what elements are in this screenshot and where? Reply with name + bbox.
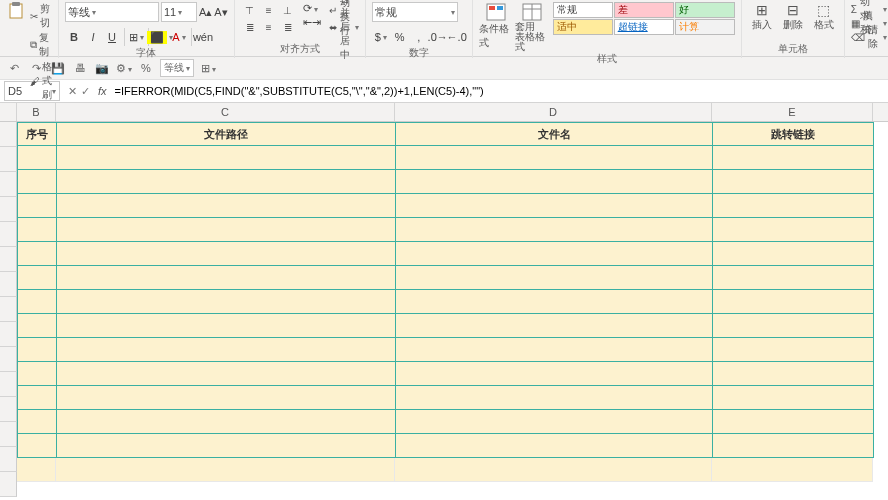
cell[interactable] — [57, 338, 396, 362]
cell[interactable] — [396, 290, 713, 314]
cell[interactable] — [713, 434, 874, 458]
orientation-button[interactable]: ⟳▾ — [303, 2, 321, 15]
cell[interactable] — [17, 194, 57, 218]
row-header[interactable] — [0, 247, 17, 272]
decrease-indent-icon[interactable]: ⇤ — [303, 16, 312, 29]
row-header[interactable] — [0, 297, 17, 322]
align-right-icon[interactable]: ≣ — [279, 19, 297, 35]
row-header[interactable] — [0, 147, 17, 172]
accounting-button[interactable]: $▾ — [372, 28, 390, 46]
increase-indent-icon[interactable]: ⇥ — [312, 16, 321, 29]
cell[interactable] — [396, 362, 713, 386]
cell[interactable] — [17, 434, 57, 458]
cell[interactable] — [396, 266, 713, 290]
font-color-button[interactable]: A▾ — [170, 28, 188, 46]
decrease-font-icon[interactable]: A▾ — [214, 6, 227, 19]
fx-icon[interactable]: fx — [94, 85, 111, 97]
cell-styles-gallery[interactable]: 常规 差 好 适中 超链接 计算 — [553, 2, 735, 52]
bold-button[interactable]: B — [65, 28, 83, 46]
cell[interactable] — [57, 362, 396, 386]
cell[interactable] — [396, 410, 713, 434]
table-header-D[interactable]: 文件名 — [396, 122, 713, 146]
cell[interactable] — [57, 290, 396, 314]
font-name-select[interactable]: 等线▾ — [65, 2, 159, 22]
cell[interactable] — [57, 434, 396, 458]
cut-button[interactable]: ✂剪切 — [30, 2, 52, 30]
row-header[interactable] — [0, 447, 17, 472]
format-painter-button[interactable]: 🖌格式刷 — [30, 60, 52, 102]
cell[interactable] — [713, 362, 874, 386]
row-header[interactable] — [0, 422, 17, 447]
cell[interactable] — [17, 362, 57, 386]
border-button[interactable]: ⊞▾ — [124, 28, 145, 46]
cell[interactable] — [57, 146, 396, 170]
delete-button[interactable]: ⊟删除 — [779, 2, 807, 42]
number-format-select[interactable]: 常规▾ — [372, 2, 458, 22]
cell[interactable] — [17, 290, 57, 314]
cell[interactable] — [396, 314, 713, 338]
cell[interactable] — [713, 194, 874, 218]
cell[interactable] — [396, 338, 713, 362]
table-header-C[interactable]: 文件路径 — [57, 122, 396, 146]
qat-more-icon[interactable]: ⚙▾ — [116, 62, 132, 75]
cell[interactable] — [396, 218, 713, 242]
align-middle-icon[interactable]: ≡ — [260, 2, 278, 18]
cell[interactable] — [17, 218, 57, 242]
cell[interactable] — [17, 410, 57, 434]
cell[interactable] — [396, 194, 713, 218]
cell[interactable] — [17, 170, 57, 194]
cell[interactable] — [396, 170, 713, 194]
row-header[interactable] — [0, 222, 17, 247]
cell[interactable] — [57, 170, 396, 194]
style-normal[interactable]: 常规 — [553, 2, 613, 18]
camera-icon[interactable]: 📷 — [94, 62, 110, 75]
decrease-decimal-icon[interactable]: ←.0 — [448, 28, 466, 46]
table-header-E[interactable]: 跳转链接 — [713, 122, 874, 146]
save-button[interactable]: 💾 — [50, 62, 66, 75]
cell[interactable] — [56, 458, 395, 482]
row-header[interactable] — [0, 272, 17, 297]
formula-input[interactable] — [111, 82, 888, 100]
row-header[interactable] — [0, 197, 17, 222]
cell[interactable] — [396, 434, 713, 458]
style-neutral[interactable]: 适中 — [553, 19, 613, 35]
cell[interactable] — [395, 458, 712, 482]
col-header-corner[interactable] — [0, 103, 17, 121]
cell[interactable] — [57, 266, 396, 290]
col-header-C[interactable]: C — [56, 103, 395, 121]
cell[interactable] — [713, 170, 874, 194]
col-header-B[interactable]: B — [17, 103, 56, 121]
cell[interactable] — [57, 218, 396, 242]
cell[interactable] — [17, 314, 57, 338]
underline-button[interactable]: U — [103, 28, 121, 46]
row-header[interactable] — [0, 472, 17, 497]
increase-decimal-icon[interactable]: .0→ — [429, 28, 447, 46]
percent-button[interactable]: % — [391, 28, 409, 46]
align-top-icon[interactable]: ⊤ — [241, 2, 259, 18]
conditional-format-button[interactable]: 条件格式 — [479, 2, 513, 52]
row-header[interactable] — [0, 322, 17, 347]
cell-grid[interactable]: 序号文件路径文件名跳转链接 — [17, 122, 888, 497]
col-header-E[interactable]: E — [712, 103, 873, 121]
cell[interactable] — [57, 410, 396, 434]
fill-color-button[interactable]: ⬛▾ — [148, 28, 169, 46]
increase-font-icon[interactable]: A▴ — [199, 6, 212, 19]
percent-qat[interactable]: % — [138, 62, 154, 74]
cell[interactable] — [396, 386, 713, 410]
cancel-formula-icon[interactable]: ✕ — [68, 85, 77, 98]
table-header-B[interactable]: 序号 — [17, 122, 57, 146]
print-button[interactable]: 🖶 — [72, 62, 88, 74]
cell[interactable] — [712, 458, 873, 482]
style-bad[interactable]: 差 — [614, 2, 674, 18]
align-center-icon[interactable]: ≡ — [260, 19, 278, 35]
col-header-D[interactable]: D — [395, 103, 712, 121]
cell[interactable] — [17, 338, 57, 362]
cell[interactable] — [713, 410, 874, 434]
copy-button[interactable]: ⧉复制 — [30, 31, 52, 59]
cell[interactable] — [17, 458, 56, 482]
cell[interactable] — [57, 314, 396, 338]
cell[interactable] — [713, 146, 874, 170]
italic-button[interactable]: I — [84, 28, 102, 46]
cell[interactable] — [17, 242, 57, 266]
cell[interactable] — [396, 146, 713, 170]
